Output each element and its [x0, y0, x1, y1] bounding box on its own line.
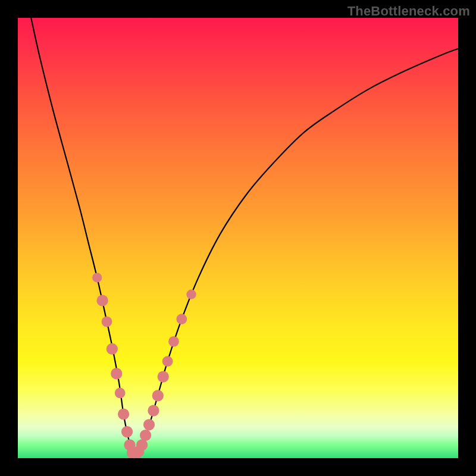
- data-marker: [168, 336, 179, 347]
- data-marker: [143, 419, 155, 430]
- chart-svg: [18, 18, 458, 458]
- plot-area: [18, 18, 458, 458]
- data-marker: [96, 295, 108, 306]
- data-marker: [102, 317, 112, 327]
- data-marker: [158, 371, 169, 382]
- marker-group: [92, 273, 196, 458]
- watermark-text: TheBottleneck.com: [347, 4, 470, 19]
- data-marker: [121, 426, 133, 437]
- data-marker: [162, 356, 173, 367]
- data-marker: [152, 390, 164, 401]
- bottleneck-curve: [31, 18, 458, 455]
- data-marker: [148, 405, 159, 416]
- outer-frame: TheBottleneck.com: [0, 0, 476, 476]
- data-marker: [176, 314, 187, 324]
- data-marker: [140, 430, 151, 441]
- data-marker: [107, 343, 118, 355]
- data-marker: [92, 273, 102, 282]
- data-marker: [186, 290, 196, 299]
- data-marker: [118, 408, 129, 419]
- data-marker: [111, 368, 122, 379]
- data-marker: [115, 388, 126, 399]
